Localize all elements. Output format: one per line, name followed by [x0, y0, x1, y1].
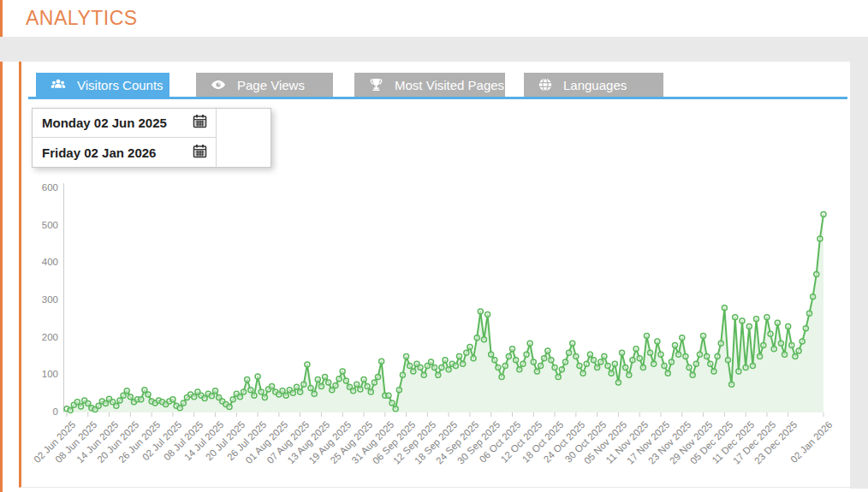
chart-point[interactable]	[587, 352, 592, 357]
chart-point[interactable]	[534, 369, 539, 374]
chart-point[interactable]	[789, 342, 794, 347]
chart-point[interactable]	[262, 395, 267, 400]
chart-point[interactable]	[665, 370, 670, 376]
chart-point[interactable]	[241, 389, 247, 394]
chart-point[interactable]	[552, 365, 557, 370]
chart-point[interactable]	[705, 354, 710, 359]
chart-point[interactable]	[655, 339, 660, 344]
chart-point[interactable]	[517, 367, 522, 372]
chart-point[interactable]	[648, 350, 653, 355]
chart-point[interactable]	[181, 400, 186, 406]
chart-point[interactable]	[570, 341, 575, 346]
chart-point[interactable]	[312, 391, 317, 396]
chart-point[interactable]	[237, 394, 242, 400]
chart-point[interactable]	[354, 382, 360, 387]
chart-point[interactable]	[803, 326, 808, 331]
chart-point[interactable]	[436, 372, 441, 377]
chart-point[interactable]	[379, 359, 384, 364]
chart-point[interactable]	[326, 380, 331, 385]
chart-point[interactable]	[640, 365, 645, 370]
chart-point[interactable]	[651, 361, 657, 366]
chart-point[interactable]	[556, 375, 561, 380]
chart-point[interactable]	[301, 382, 306, 387]
chart-point[interactable]	[361, 377, 366, 382]
chart-point[interactable]	[446, 367, 451, 372]
chart-point[interactable]	[811, 294, 816, 299]
chart-point[interactable]	[531, 359, 536, 365]
chart-point[interactable]	[396, 388, 401, 393]
visitors-chart-plot[interactable]	[63, 183, 838, 419]
chart-point[interactable]	[79, 404, 84, 409]
chart-point[interactable]	[754, 317, 759, 322]
chart-point[interactable]	[315, 377, 320, 382]
chart-point[interactable]	[743, 365, 748, 370]
chart-point[interactable]	[457, 354, 462, 359]
tab-most-visited-pages[interactable]: Most Visited Pages	[354, 73, 505, 97]
chart-point[interactable]	[372, 380, 377, 385]
chart-point[interactable]	[499, 375, 504, 380]
chart-point[interactable]	[259, 389, 264, 394]
chart-point[interactable]	[768, 331, 773, 336]
chart-point[interactable]	[298, 389, 303, 394]
chart-point[interactable]	[630, 358, 635, 363]
chart-point[interactable]	[68, 407, 73, 412]
chart-point[interactable]	[404, 354, 409, 359]
chart-point[interactable]	[368, 389, 373, 394]
chart-point[interactable]	[400, 372, 405, 377]
chart-point[interactable]	[527, 341, 532, 346]
chart-point[interactable]	[711, 369, 716, 374]
tab-languages[interactable]: Languages	[524, 73, 663, 97]
chart-point[interactable]	[170, 397, 175, 402]
chart-point[interactable]	[729, 382, 734, 387]
chart-point[interactable]	[481, 337, 486, 342]
chart-point[interactable]	[577, 363, 582, 368]
chart-point[interactable]	[524, 352, 529, 357]
chart-point[interactable]	[389, 400, 395, 406]
tab-visitors-counts[interactable]: Visitors Counts	[36, 73, 169, 97]
chart-point[interactable]	[758, 354, 763, 359]
chart-point[interactable]	[793, 354, 798, 359]
chart-point[interactable]	[687, 365, 692, 370]
chart-point[interactable]	[252, 393, 257, 398]
chart-point[interactable]	[796, 348, 801, 353]
chart-point[interactable]	[467, 345, 473, 350]
chart-point[interactable]	[786, 324, 791, 329]
chart-point[interactable]	[439, 365, 444, 370]
chart-point[interactable]	[255, 374, 260, 379]
chart-point[interactable]	[771, 347, 776, 352]
chart-point[interactable]	[683, 354, 688, 359]
chart-point[interactable]	[283, 393, 288, 398]
start-date-input[interactable]: Monday 02 Jun 2025	[33, 109, 216, 138]
chart-point[interactable]	[761, 342, 766, 347]
chart-point[interactable]	[658, 352, 663, 357]
tab-page-views[interactable]: Page Views	[196, 73, 333, 97]
chart-point[interactable]	[567, 350, 572, 355]
chart-point[interactable]	[443, 358, 448, 363]
chart-point[interactable]	[121, 393, 126, 398]
chart-point[interactable]	[453, 363, 458, 368]
chart-point[interactable]	[725, 358, 730, 363]
chart-point[interactable]	[248, 388, 253, 393]
chart-point[interactable]	[290, 390, 295, 395]
chart-point[interactable]	[139, 397, 144, 402]
chart-point[interactable]	[318, 383, 324, 388]
chart-point[interactable]	[644, 333, 649, 338]
chart-point[interactable]	[817, 236, 823, 241]
chart-point[interactable]	[592, 358, 597, 363]
chart-point[interactable]	[294, 384, 300, 389]
chart-point[interactable]	[407, 363, 413, 368]
chart-point[interactable]	[620, 350, 625, 355]
chart-point[interactable]	[192, 394, 197, 400]
chart-point[interactable]	[690, 372, 695, 377]
chart-point[interactable]	[340, 369, 345, 374]
chart-point[interactable]	[595, 365, 600, 370]
chart-point[interactable]	[280, 388, 285, 394]
chart-point[interactable]	[722, 305, 727, 311]
chart-point[interactable]	[351, 388, 356, 394]
chart-point[interactable]	[506, 354, 511, 359]
chart-point[interactable]	[393, 406, 398, 412]
chart-point[interactable]	[623, 365, 628, 370]
chart-point[interactable]	[227, 404, 232, 409]
chart-point[interactable]	[733, 315, 738, 320]
chart-point[interactable]	[750, 363, 755, 368]
